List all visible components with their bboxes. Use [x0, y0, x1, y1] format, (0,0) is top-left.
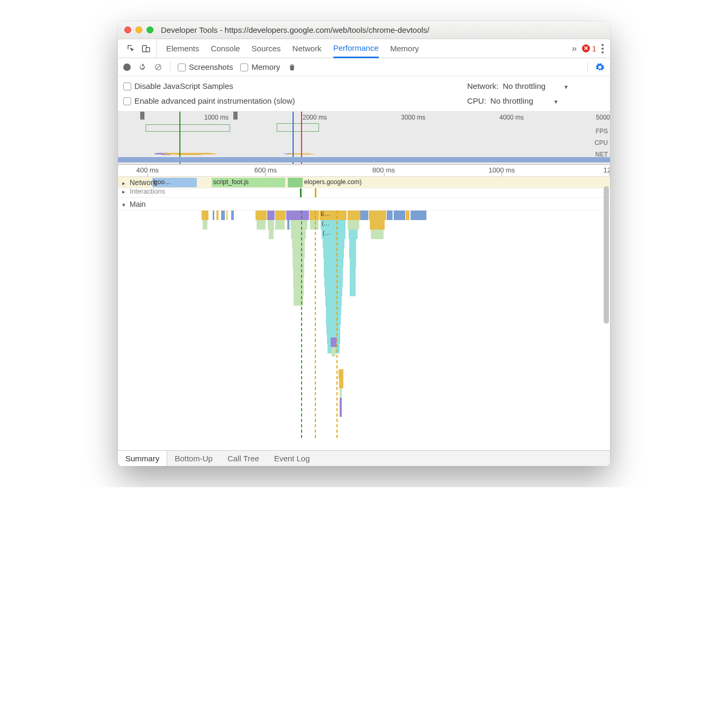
flamechart-area[interactable]: 400 ms600 ms800 ms1000 ms120 Network goo…	[118, 165, 610, 450]
flame-block[interactable]: (…	[321, 220, 345, 230]
flame-block[interactable]	[387, 211, 393, 220]
network-request[interactable]: goo…	[152, 178, 197, 187]
flame-block[interactable]	[267, 211, 275, 220]
flame-block[interactable]	[293, 249, 305, 258]
flame-block[interactable]	[340, 388, 342, 398]
flame-block[interactable]	[203, 220, 207, 230]
flame-block[interactable]	[349, 239, 356, 249]
overview-handle-right[interactable]	[233, 112, 238, 120]
flame-block[interactable]	[286, 211, 309, 220]
tab-sources[interactable]: Sources	[252, 39, 281, 58]
flame-block[interactable]	[348, 211, 360, 220]
flame-block[interactable]	[394, 211, 405, 220]
expand-icon[interactable]	[122, 187, 128, 195]
trash-icon[interactable]	[288, 63, 296, 71]
disable-js-samples-checkbox[interactable]: Disable JavaScript Samples	[123, 81, 233, 90]
flame-block[interactable]	[350, 287, 355, 296]
expand-icon[interactable]	[122, 178, 128, 187]
network-throttle-select[interactable]: Network: No throttling	[467, 81, 605, 90]
flame-block[interactable]	[293, 277, 304, 287]
flame-block[interactable]	[213, 211, 215, 220]
flame-block[interactable]	[324, 277, 342, 287]
flame-block[interactable]	[339, 369, 343, 379]
flame-block[interactable]	[350, 277, 356, 287]
flame-block[interactable]	[326, 325, 340, 334]
flame-block[interactable]	[350, 258, 356, 268]
network-request[interactable]	[288, 178, 303, 187]
flame-block[interactable]	[231, 211, 234, 220]
flame-block[interactable]	[332, 347, 335, 357]
flame-block[interactable]	[349, 249, 356, 258]
network-request[interactable]: elopers.google.com)	[303, 178, 450, 187]
tab-elements[interactable]: Elements	[166, 39, 199, 58]
flame-block[interactable]: (…	[322, 230, 345, 239]
timeline-overview[interactable]: 1000 ms2000 ms3000 ms4000 ms5000 FPS CPU…	[118, 112, 610, 165]
flame-block[interactable]	[293, 268, 304, 277]
flame-block[interactable]	[369, 211, 386, 220]
flame-block[interactable]	[360, 211, 368, 220]
vertical-scrollbar[interactable]	[604, 186, 609, 324]
flame-block[interactable]	[221, 211, 225, 220]
flame-block[interactable]	[323, 249, 344, 258]
flame-block[interactable]	[287, 220, 289, 230]
tab-memory[interactable]: Memory	[390, 39, 419, 58]
details-tab-summary[interactable]: Summary	[118, 451, 167, 466]
flame-block[interactable]	[202, 211, 208, 220]
reload-icon[interactable]	[138, 63, 147, 71]
flame-block[interactable]: E…	[320, 211, 347, 220]
collapse-icon[interactable]	[122, 200, 128, 208]
inspect-icon[interactable]	[126, 44, 136, 53]
flame-block[interactable]	[370, 220, 385, 230]
clear-icon[interactable]	[154, 63, 162, 71]
enable-paint-instrumentation-checkbox[interactable]: Enable advanced paint instrumentation (s…	[123, 96, 295, 105]
flame-block[interactable]	[216, 211, 219, 220]
flame-block[interactable]	[339, 379, 343, 388]
flame-block[interactable]	[292, 239, 305, 249]
flame-block[interactable]	[268, 220, 274, 230]
flame-block[interactable]	[371, 230, 384, 239]
network-track[interactable]: Network goo…script_foot.jselopers.google…	[118, 177, 610, 188]
main-track-header[interactable]: Main	[118, 198, 610, 211]
flame-block[interactable]	[290, 220, 308, 230]
device-toggle-icon[interactable]	[141, 44, 151, 53]
flame-block[interactable]	[294, 287, 304, 296]
flame-block[interactable]	[340, 398, 342, 407]
flame-block[interactable]	[269, 230, 274, 239]
details-tab-event-log[interactable]: Event Log	[267, 451, 317, 466]
interactions-track[interactable]: Interactions	[118, 188, 610, 198]
more-tabs-icon[interactable]: »	[572, 43, 577, 54]
overview-handle-left[interactable]	[140, 112, 144, 120]
flame-block[interactable]	[350, 268, 356, 277]
flame-block[interactable]	[275, 211, 286, 220]
flame-block[interactable]	[325, 296, 342, 306]
gear-icon[interactable]	[595, 62, 605, 72]
kebab-menu-icon[interactable]	[602, 44, 604, 53]
flame-block[interactable]	[257, 220, 266, 230]
tab-performance[interactable]: Performance	[333, 39, 379, 58]
memory-checkbox[interactable]: Memory	[240, 62, 280, 71]
flame-block[interactable]	[326, 315, 341, 325]
close-icon[interactable]	[124, 26, 131, 33]
flame-block[interactable]	[349, 230, 358, 239]
record-button[interactable]	[123, 63, 131, 71]
flame-block[interactable]	[331, 338, 336, 347]
flame-block[interactable]	[340, 407, 342, 417]
details-tab-bottom-up[interactable]: Bottom-Up	[167, 451, 220, 466]
tab-network[interactable]: Network	[293, 39, 322, 58]
flame-block[interactable]	[323, 239, 344, 249]
titlebar[interactable]: Developer Tools - https://developers.goo…	[118, 21, 610, 39]
flame-block[interactable]	[411, 211, 426, 220]
screenshots-checkbox[interactable]: Screenshots	[178, 62, 233, 71]
flame-block[interactable]	[226, 211, 228, 220]
cpu-throttle-select[interactable]: CPU: No throttling	[467, 96, 605, 105]
tab-console[interactable]: Console	[211, 39, 240, 58]
flame-block[interactable]	[348, 220, 359, 230]
zoom-icon[interactable]	[147, 26, 153, 33]
flame-block[interactable]	[293, 258, 304, 268]
flame-block[interactable]	[275, 220, 285, 230]
flame-block[interactable]	[324, 268, 343, 277]
flame-block[interactable]	[291, 230, 306, 239]
flame-block[interactable]	[325, 287, 342, 296]
time-ruler[interactable]: 400 ms600 ms800 ms1000 ms120	[118, 165, 610, 177]
flame-block[interactable]	[406, 211, 410, 220]
